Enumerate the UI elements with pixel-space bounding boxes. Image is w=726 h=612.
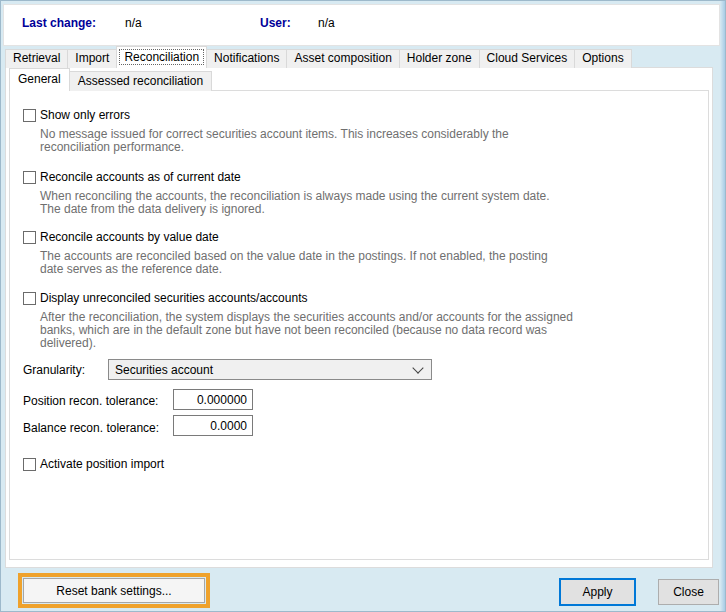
tab-cloud-services[interactable]: Cloud Services xyxy=(479,49,576,68)
position-tolerance-input[interactable] xyxy=(173,389,253,410)
checkbox-label: Activate position import xyxy=(40,457,164,471)
subtab-general[interactable]: General xyxy=(9,68,70,91)
checkbox-label: Reconcile accounts by value date xyxy=(40,230,219,244)
checkbox-label: Reconcile accounts as of current date xyxy=(40,170,241,184)
tab-notifications[interactable]: Notifications xyxy=(206,49,287,68)
balance-tolerance-input[interactable] xyxy=(173,415,253,436)
close-button[interactable]: Close xyxy=(658,579,719,605)
subtab-assessed-reconciliation[interactable]: Assessed reconciliation xyxy=(69,71,212,91)
checkbox-show-only-errors[interactable]: Show only errors xyxy=(23,108,130,122)
show-only-errors-description: No message issued for correct securities… xyxy=(40,128,509,154)
position-tolerance-label: Position recon. tolerance: xyxy=(23,394,158,408)
tab-retrieval[interactable]: Retrieval xyxy=(5,49,68,68)
checkbox-box[interactable] xyxy=(23,231,36,244)
checkbox-box[interactable] xyxy=(23,458,36,471)
checkbox-reconcile-current-date[interactable]: Reconcile accounts as of current date xyxy=(23,170,241,184)
reconcile-current-date-description: When reconciling the accounts, the recon… xyxy=(40,190,550,216)
settings-dialog: Last change: n/a User: n/a Retrieval Imp… xyxy=(0,0,726,612)
checkbox-activate-position-import[interactable]: Activate position import xyxy=(23,457,164,471)
tab-holder-zone[interactable]: Holder zone xyxy=(399,49,480,68)
reconcile-value-date-description: The accounts are reconciled based on the… xyxy=(40,250,548,276)
header-panel: Last change: n/a User: n/a xyxy=(3,4,720,46)
tab-import[interactable]: Import xyxy=(67,49,117,68)
last-change-value: n/a xyxy=(125,16,142,30)
chevron-down-icon xyxy=(412,362,423,373)
granularity-label: Granularity: xyxy=(23,363,85,377)
checkbox-box[interactable] xyxy=(23,109,36,122)
checkbox-box[interactable] xyxy=(23,292,36,305)
main-tabstrip: Retrieval Import Reconciliation Notifica… xyxy=(5,48,631,68)
apply-button[interactable]: Apply xyxy=(559,578,636,606)
user-value: n/a xyxy=(318,16,335,30)
balance-tolerance-label: Balance recon. tolerance: xyxy=(23,421,159,435)
reset-bank-settings-button[interactable]: Reset bank settings... xyxy=(23,578,205,603)
checkbox-reconcile-value-date[interactable]: Reconcile accounts by value date xyxy=(23,230,219,244)
action-highlight-box: Reset bank settings... xyxy=(18,573,210,608)
granularity-selected-value: Securities account xyxy=(109,363,414,377)
checkbox-label: Display unreconciled securities accounts… xyxy=(40,291,307,305)
checkbox-label: Show only errors xyxy=(40,108,130,122)
display-unreconciled-description: After the reconciliation, the system dis… xyxy=(40,311,573,350)
checkbox-display-unreconciled[interactable]: Display unreconciled securities accounts… xyxy=(23,291,307,305)
tab-reconciliation[interactable]: Reconciliation xyxy=(116,46,207,68)
window-edge-glow xyxy=(720,1,725,611)
tab-asset-composition[interactable]: Asset composition xyxy=(286,49,399,68)
user-label: User: xyxy=(260,16,291,30)
last-change-label: Last change: xyxy=(22,16,96,30)
tab-options[interactable]: Options xyxy=(574,49,631,68)
granularity-dropdown[interactable]: Securities account xyxy=(108,359,432,380)
sub-tabstrip: General Assessed reconciliation xyxy=(9,70,211,91)
checkbox-box[interactable] xyxy=(23,171,36,184)
